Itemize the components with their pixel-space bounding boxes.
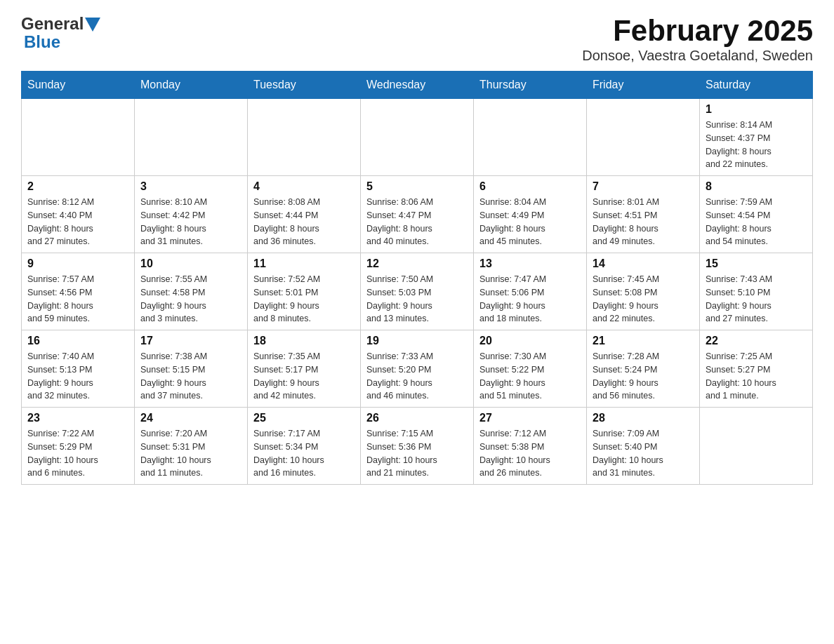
day-info: Sunrise: 7:33 AM Sunset: 5:20 PM Dayligh…	[366, 350, 468, 403]
day-info: Sunrise: 7:30 AM Sunset: 5:22 PM Dayligh…	[479, 350, 581, 403]
day-info: Sunrise: 7:09 AM Sunset: 5:40 PM Dayligh…	[593, 427, 694, 480]
day-number: 2	[27, 180, 128, 193]
day-number: 20	[479, 335, 581, 347]
day-number: 19	[366, 335, 468, 347]
day-number: 1	[706, 103, 807, 116]
calendar-cell: 9Sunrise: 7:57 AM Sunset: 4:56 PM Daylig…	[22, 253, 135, 330]
day-number: 13	[479, 257, 581, 270]
day-number: 8	[706, 180, 807, 193]
weekday-header-thursday: Thursday	[474, 72, 587, 99]
day-info: Sunrise: 7:28 AM Sunset: 5:24 PM Dayligh…	[593, 350, 694, 403]
day-info: Sunrise: 7:35 AM Sunset: 5:17 PM Dayligh…	[253, 350, 355, 403]
calendar-cell: 12Sunrise: 7:50 AM Sunset: 5:03 PM Dayli…	[361, 253, 474, 330]
calendar-cell: 11Sunrise: 7:52 AM Sunset: 5:01 PM Dayli…	[248, 253, 361, 330]
week-row-2: 2Sunrise: 8:12 AM Sunset: 4:40 PM Daylig…	[22, 176, 813, 253]
day-number: 23	[27, 412, 128, 424]
day-info: Sunrise: 7:45 AM Sunset: 5:08 PM Dayligh…	[593, 273, 694, 326]
calendar-cell: 5Sunrise: 8:06 AM Sunset: 4:47 PM Daylig…	[361, 176, 474, 253]
day-number: 9	[27, 257, 128, 270]
calendar-cell	[22, 99, 135, 176]
calendar-cell: 8Sunrise: 7:59 AM Sunset: 4:54 PM Daylig…	[700, 176, 813, 253]
calendar-cell: 14Sunrise: 7:45 AM Sunset: 5:08 PM Dayli…	[587, 253, 700, 330]
day-info: Sunrise: 7:17 AM Sunset: 5:34 PM Dayligh…	[253, 427, 355, 480]
day-number: 10	[140, 257, 241, 270]
logo-triangle-icon	[85, 18, 100, 32]
day-info: Sunrise: 7:12 AM Sunset: 5:38 PM Dayligh…	[479, 427, 581, 480]
calendar-cell: 23Sunrise: 7:22 AM Sunset: 5:29 PM Dayli…	[22, 408, 135, 485]
calendar-cell: 18Sunrise: 7:35 AM Sunset: 5:17 PM Dayli…	[248, 330, 361, 408]
calendar-cell: 22Sunrise: 7:25 AM Sunset: 5:27 PM Dayli…	[700, 330, 813, 408]
calendar-cell: 19Sunrise: 7:33 AM Sunset: 5:20 PM Dayli…	[361, 330, 474, 408]
day-info: Sunrise: 7:22 AM Sunset: 5:29 PM Dayligh…	[27, 427, 128, 480]
day-info: Sunrise: 7:43 AM Sunset: 5:10 PM Dayligh…	[706, 273, 807, 326]
calendar-cell: 25Sunrise: 7:17 AM Sunset: 5:34 PM Dayli…	[248, 408, 361, 485]
calendar-cell: 7Sunrise: 8:01 AM Sunset: 4:51 PM Daylig…	[587, 176, 700, 253]
day-number: 5	[366, 180, 468, 193]
day-number: 26	[366, 412, 468, 424]
day-info: Sunrise: 7:38 AM Sunset: 5:15 PM Dayligh…	[140, 350, 241, 403]
calendar-header-row: SundayMondayTuesdayWednesdayThursdayFrid…	[22, 72, 813, 99]
day-info: Sunrise: 7:15 AM Sunset: 5:36 PM Dayligh…	[366, 427, 468, 480]
calendar-cell: 13Sunrise: 7:47 AM Sunset: 5:06 PM Dayli…	[474, 253, 587, 330]
day-number: 3	[140, 180, 241, 193]
page-subtitle: Donsoe, Vaestra Goetaland, Sweden	[582, 48, 813, 64]
calendar-cell: 16Sunrise: 7:40 AM Sunset: 5:13 PM Dayli…	[22, 330, 135, 408]
logo-blue-text: Blue	[24, 32, 60, 52]
calendar-cell	[361, 99, 474, 176]
day-info: Sunrise: 7:57 AM Sunset: 4:56 PM Dayligh…	[27, 273, 128, 326]
day-info: Sunrise: 8:12 AM Sunset: 4:40 PM Dayligh…	[27, 196, 128, 248]
day-number: 22	[706, 335, 807, 347]
day-info: Sunrise: 8:01 AM Sunset: 4:51 PM Dayligh…	[593, 196, 694, 248]
day-info: Sunrise: 7:55 AM Sunset: 4:58 PM Dayligh…	[140, 273, 241, 326]
calendar-cell: 27Sunrise: 7:12 AM Sunset: 5:38 PM Dayli…	[474, 408, 587, 485]
day-number: 16	[27, 335, 128, 347]
day-number: 27	[479, 412, 581, 424]
weekday-header-tuesday: Tuesday	[248, 72, 361, 99]
calendar-cell: 28Sunrise: 7:09 AM Sunset: 5:40 PM Dayli…	[587, 408, 700, 485]
day-number: 6	[479, 180, 581, 193]
weekday-header-sunday: Sunday	[22, 72, 135, 99]
day-number: 17	[140, 335, 241, 347]
calendar-cell	[248, 99, 361, 176]
day-info: Sunrise: 7:50 AM Sunset: 5:03 PM Dayligh…	[366, 273, 468, 326]
page-title: February 2025	[582, 14, 813, 48]
calendar-cell: 15Sunrise: 7:43 AM Sunset: 5:10 PM Dayli…	[700, 253, 813, 330]
weekday-header-monday: Monday	[135, 72, 248, 99]
day-info: Sunrise: 7:20 AM Sunset: 5:31 PM Dayligh…	[140, 427, 241, 480]
calendar-cell	[474, 99, 587, 176]
svg-marker-0	[85, 18, 100, 32]
calendar-table: SundayMondayTuesdayWednesdayThursdayFrid…	[21, 71, 813, 485]
weekday-header-saturday: Saturday	[700, 72, 813, 99]
day-info: Sunrise: 8:04 AM Sunset: 4:49 PM Dayligh…	[479, 196, 581, 248]
logo-general-text: General	[21, 14, 84, 34]
logo: General Blue	[21, 14, 100, 52]
day-number: 25	[253, 412, 355, 424]
week-row-5: 23Sunrise: 7:22 AM Sunset: 5:29 PM Dayli…	[22, 408, 813, 485]
calendar-cell: 21Sunrise: 7:28 AM Sunset: 5:24 PM Dayli…	[587, 330, 700, 408]
day-info: Sunrise: 7:40 AM Sunset: 5:13 PM Dayligh…	[27, 350, 128, 403]
calendar-cell: 10Sunrise: 7:55 AM Sunset: 4:58 PM Dayli…	[135, 253, 248, 330]
calendar-cell: 2Sunrise: 8:12 AM Sunset: 4:40 PM Daylig…	[22, 176, 135, 253]
calendar-cell	[700, 408, 813, 485]
day-info: Sunrise: 8:08 AM Sunset: 4:44 PM Dayligh…	[253, 196, 355, 248]
weekday-header-wednesday: Wednesday	[361, 72, 474, 99]
day-number: 21	[593, 335, 694, 347]
week-row-3: 9Sunrise: 7:57 AM Sunset: 4:56 PM Daylig…	[22, 253, 813, 330]
title-block: February 2025 Donsoe, Vaestra Goetaland,…	[582, 14, 813, 64]
calendar-cell: 4Sunrise: 8:08 AM Sunset: 4:44 PM Daylig…	[248, 176, 361, 253]
calendar-cell: 1Sunrise: 8:14 AM Sunset: 4:37 PM Daylig…	[700, 99, 813, 176]
weekday-header-friday: Friday	[587, 72, 700, 99]
day-number: 15	[706, 257, 807, 270]
day-number: 18	[253, 335, 355, 347]
day-number: 14	[593, 257, 694, 270]
day-info: Sunrise: 7:52 AM Sunset: 5:01 PM Dayligh…	[253, 273, 355, 326]
calendar-cell: 24Sunrise: 7:20 AM Sunset: 5:31 PM Dayli…	[135, 408, 248, 485]
calendar-cell	[587, 99, 700, 176]
week-row-1: 1Sunrise: 8:14 AM Sunset: 4:37 PM Daylig…	[22, 99, 813, 176]
calendar-cell: 17Sunrise: 7:38 AM Sunset: 5:15 PM Dayli…	[135, 330, 248, 408]
day-info: Sunrise: 8:10 AM Sunset: 4:42 PM Dayligh…	[140, 196, 241, 248]
calendar-cell: 3Sunrise: 8:10 AM Sunset: 4:42 PM Daylig…	[135, 176, 248, 253]
day-number: 12	[366, 257, 468, 270]
day-number: 28	[593, 412, 694, 424]
day-number: 11	[253, 257, 355, 270]
